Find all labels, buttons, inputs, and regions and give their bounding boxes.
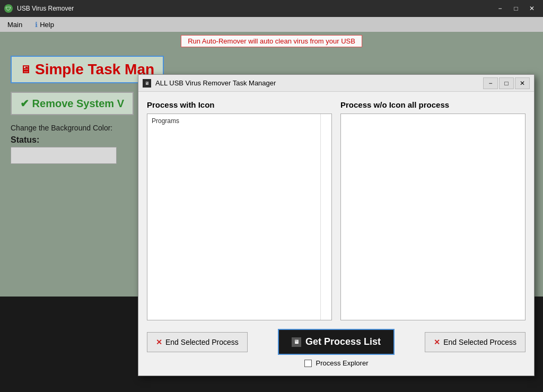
icon-column	[321, 114, 331, 320]
left-column-header: Process with Icon	[147, 100, 332, 109]
bg-titlebar-controls: − □ ✕	[493, 3, 539, 14]
remove-system-label: ✔ Remove System V	[20, 97, 124, 110]
menu-item-help[interactable]: ℹ Help	[32, 20, 57, 30]
process-with-icon-list[interactable]: Programs	[147, 114, 332, 320]
modal-minimize-button[interactable]: −	[483, 77, 498, 89]
bg-infobar: Run Auto-Remover will auto clean virus f…	[0, 32, 543, 50]
app-icon: 🛡	[4, 4, 13, 13]
bg-titlebar: 🛡 USB Virus Remover − □ ✕	[0, 0, 543, 17]
process-explorer-row: Process Explorer	[304, 359, 369, 367]
monitor-icon: 🖥	[20, 64, 31, 76]
process-explorer-checkbox[interactable]	[304, 360, 312, 367]
modal-footer: ✕ End Selected Process 🖥 Get Process Lis…	[147, 329, 526, 367]
status-display	[11, 147, 117, 164]
modal-title: ALL USB Virus Remover Task Manager	[155, 79, 479, 87]
bg-maximize-button[interactable]: □	[509, 3, 523, 14]
programs-column: Programs	[147, 114, 321, 320]
left-column: Process with Icon Programs	[147, 100, 332, 320]
bg-minimize-button[interactable]: −	[493, 3, 507, 14]
modal-controls: − □ ✕	[483, 77, 530, 89]
footer-buttons: ✕ End Selected Process 🖥 Get Process Lis…	[147, 329, 526, 355]
bg-window-title: USB Virus Remover	[17, 5, 74, 12]
modal-body: Process with Icon Programs Process w/o I…	[138, 92, 534, 376]
right-column: Process w/o Icon all process	[340, 100, 526, 320]
remove-system-button[interactable]: ✔ Remove System V	[11, 92, 134, 115]
menu-item-main[interactable]: Main	[4, 20, 25, 30]
get-process-label: Get Process List	[305, 336, 381, 347]
end-process-left-button[interactable]: ✕ End Selected Process	[147, 332, 248, 352]
get-process-icon: 🖥	[292, 337, 301, 347]
end-btn-x-right-icon: ✕	[434, 338, 440, 346]
bg-menubar: Main ℹ Help	[0, 17, 543, 32]
task-manager-modal: 🖥 ALL USB Virus Remover Task Manager − □…	[138, 74, 535, 376]
programs-column-header: Programs	[150, 116, 318, 126]
modal-close-button[interactable]: ✕	[515, 77, 530, 89]
process-explorer-label: Process Explorer	[316, 359, 369, 367]
simple-task-label: 🖥 Simple Task Man	[20, 61, 154, 78]
help-icon: ℹ	[35, 21, 38, 29]
modal-columns: Process with Icon Programs Process w/o I…	[147, 100, 526, 320]
right-column-header: Process w/o Icon all process	[340, 100, 526, 109]
end-process-left-label: End Selected Process	[165, 338, 239, 346]
info-text: Run Auto-Remover will auto clean virus f…	[181, 35, 362, 47]
bg-close-button[interactable]: ✕	[525, 3, 539, 14]
modal-titlebar: 🖥 ALL USB Virus Remover Task Manager − □…	[138, 75, 534, 92]
get-process-list-button[interactable]: 🖥 Get Process List	[278, 329, 395, 355]
end-process-right-button[interactable]: ✕ End Selected Process	[425, 332, 526, 352]
modal-maximize-button[interactable]: □	[499, 77, 514, 89]
process-list-inner: Programs	[147, 114, 331, 320]
modal-icon: 🖥	[143, 79, 151, 88]
checkmark-icon: ✔	[20, 98, 32, 109]
process-without-icon-list[interactable]	[340, 114, 526, 320]
end-process-right-label: End Selected Process	[443, 338, 516, 346]
end-btn-x-left-icon: ✕	[156, 338, 162, 346]
